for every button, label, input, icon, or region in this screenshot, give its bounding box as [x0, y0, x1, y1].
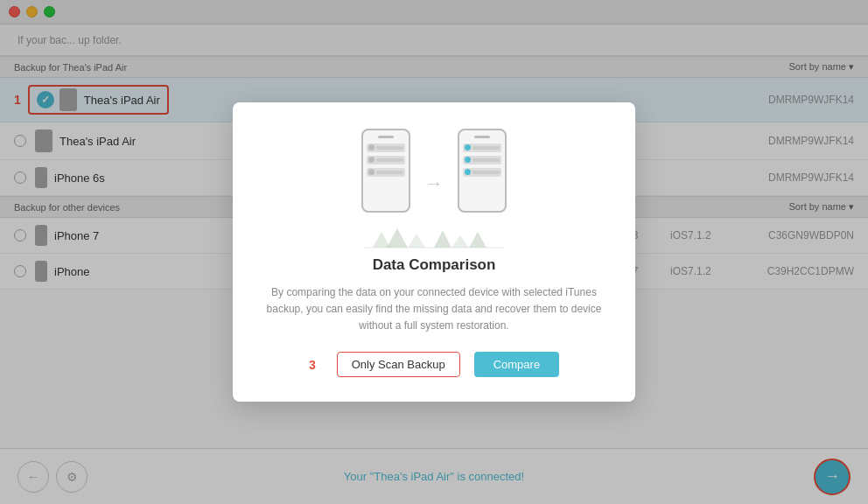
phone-item-6 — [463, 168, 501, 177]
checkbox-blue-2 — [465, 157, 471, 163]
checkbox-gray-1 — [368, 144, 374, 150]
item-bar-5 — [472, 158, 500, 162]
svg-marker-1 — [387, 228, 408, 248]
item-bar-6 — [472, 171, 500, 174]
phone-item-5 — [463, 156, 501, 164]
right-phone-mockup — [458, 129, 507, 213]
checkbox-gray-2 — [368, 157, 374, 163]
svg-marker-0 — [373, 232, 390, 248]
modal-actions: 3 Only Scan Backup Compare — [264, 352, 604, 377]
item-bar-1 — [376, 146, 403, 150]
item-bar-2 — [376, 158, 403, 162]
checkbox-blue-1 — [465, 144, 471, 150]
svg-marker-5 — [469, 232, 486, 248]
checkbox-blue-3 — [465, 169, 471, 175]
modal-overlay: → — [0, 0, 868, 504]
svg-marker-2 — [408, 234, 425, 248]
phone-item-4 — [463, 144, 501, 152]
step3-label: 3 — [309, 358, 316, 372]
modal-description: By comparing the data on your connected … — [264, 284, 604, 335]
item-bar-3 — [376, 171, 403, 174]
svg-marker-3 — [434, 230, 452, 248]
left-phone-mockup — [361, 129, 410, 213]
phone-item-1 — [367, 144, 405, 152]
modal-illustration: → — [264, 129, 604, 213]
phone-item-3 — [367, 168, 405, 177]
compare-button[interactable]: Compare — [474, 352, 559, 377]
phone-item-2 — [367, 156, 405, 164]
modal-title: Data Comparison — [264, 256, 604, 274]
scan-backup-button[interactable]: Only Scan Backup — [337, 352, 460, 377]
item-bar-4 — [472, 146, 500, 150]
comparison-arrow-icon: → — [424, 172, 444, 195]
modal-dialog: → — [233, 102, 635, 402]
checkbox-gray-3 — [368, 169, 374, 175]
svg-marker-4 — [452, 235, 469, 248]
landscape-illustration — [364, 223, 504, 249]
